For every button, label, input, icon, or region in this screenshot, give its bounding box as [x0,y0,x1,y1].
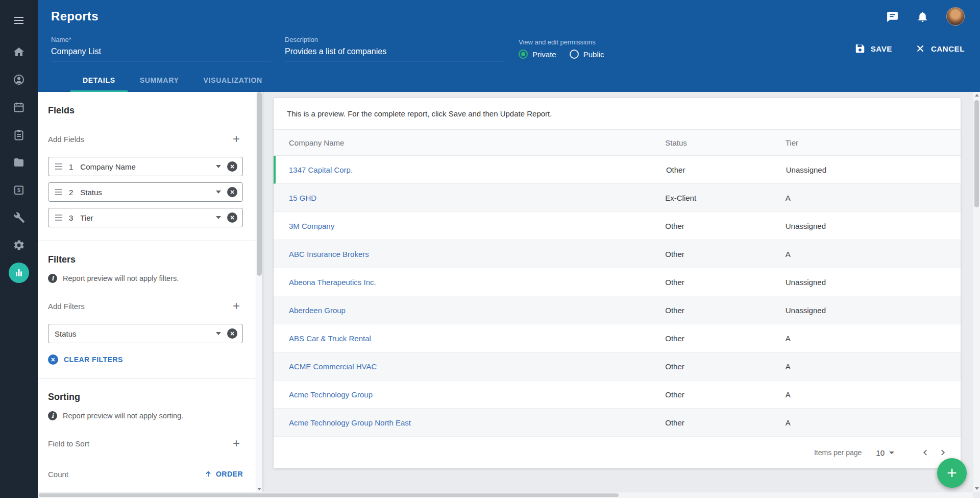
items-per-page-value: 10 [876,448,885,457]
public-radio[interactable]: Public [570,50,604,59]
remove-field-icon[interactable] [227,212,237,223]
add-sort-plus-icon[interactable] [230,437,243,450]
tab-visualization[interactable]: VISUALIZATION [191,69,274,92]
folder-icon[interactable] [9,152,29,173]
table-row[interactable]: Aberdeen Group Other Unassigned [274,296,961,324]
tier-cell: A [786,250,961,258]
report-config-panel: Fields Add Fields 1 Company Name [38,92,262,498]
add-fab-button[interactable] [937,458,967,488]
field-chip-status[interactable]: 2 Status [48,182,243,202]
field-position: 3 [69,214,73,222]
chevron-down-icon[interactable] [216,216,221,219]
tab-summary[interactable]: SUMMARY [128,69,191,92]
table-row[interactable]: ABC Insurance Brokers Other A [274,240,961,268]
save-button[interactable]: SAVE [854,43,892,54]
company-link[interactable]: 3M Company [289,222,334,230]
clear-filters-icon [48,354,58,365]
user-avatar[interactable] [946,7,965,26]
count-row: Count ORDER [48,469,243,479]
field-chip-company-name[interactable]: 1 Company Name [48,157,243,176]
add-filter-plus-icon[interactable] [230,299,243,313]
permissions-label: View and edit permissions [519,38,687,46]
main-area: Reports Name* Company List De [38,0,980,498]
tier-cell: Unassigned [786,306,961,315]
private-radio-label: Private [532,50,556,59]
clear-filters-button[interactable]: CLEAR FILTERS [48,354,243,365]
table-row[interactable]: 15 GHD Ex-Client A [274,184,961,212]
cancel-button[interactable]: CANCEL [915,43,965,54]
tier-cell: Unassigned [786,278,961,287]
table-row[interactable]: Acme Technology Group Other A [274,381,961,409]
chevron-down-icon[interactable] [216,191,221,194]
remove-filter-icon[interactable] [227,328,237,339]
chevron-down-icon[interactable] [216,165,221,168]
drag-handle-icon[interactable] [55,188,63,196]
panel-scrollbar[interactable] [256,92,262,492]
status-cell: Other [665,306,786,315]
page-scrollbar-horizontal[interactable] [38,492,973,498]
field-position: 2 [69,188,73,197]
table-row[interactable]: 3M Company Other Unassigned [274,212,961,240]
page-scrollbar-thumb[interactable] [974,100,979,207]
company-link[interactable]: Acme Technology Group [289,390,373,399]
scroll-down-arrow[interactable] [973,487,980,490]
card-5-icon[interactable]: 5 [9,180,29,200]
company-link[interactable]: ABS Car & Truck Rental [289,334,371,343]
remove-field-icon[interactable] [227,187,237,197]
table-row[interactable]: Abeona Therapeutics Inc. Other Unassigne… [274,268,961,296]
description-label: Description [285,36,504,43]
drag-handle-icon[interactable] [55,163,63,170]
sorting-heading: Sorting [48,392,243,402]
home-icon[interactable] [9,42,29,62]
table-row[interactable]: Acme Technology Group North East Other A [274,409,961,437]
chevron-down-icon[interactable] [216,332,221,335]
scroll-up-arrow[interactable] [973,94,980,97]
reports-icon[interactable] [9,263,29,283]
tab-details[interactable]: DETAILS [70,69,128,92]
column-header-company[interactable]: Company Name [274,138,665,147]
column-header-tier[interactable]: Tier [786,138,961,147]
preview-section: This is a preview. For the complete repo… [262,92,980,498]
order-button[interactable]: ORDER [204,469,243,479]
items-per-page-select[interactable]: 10 [876,448,894,457]
company-link[interactable]: Abeona Therapeutics Inc. [289,278,376,287]
company-link[interactable]: 15 GHD [289,194,316,202]
menu-icon[interactable] [9,10,29,31]
previous-page-button[interactable] [917,444,934,461]
panel-scroll-down-arrow[interactable] [256,488,262,490]
field-label: Status [80,188,216,197]
field-chip-tier[interactable]: 3 Tier [48,208,243,227]
tools-icon[interactable] [9,207,29,228]
company-link[interactable]: Acme Technology Group North East [289,418,411,427]
description-input[interactable]: Provides a list of companies [285,47,504,61]
clear-filters-label: CLEAR FILTERS [64,355,123,364]
table-row[interactable]: ACME Commercial HVAC Other A [274,352,961,381]
settings-icon[interactable] [9,235,29,255]
tier-cell: A [786,418,961,427]
tier-cell: A [786,390,961,399]
drag-handle-icon[interactable] [55,214,63,221]
column-header-status[interactable]: Status [665,138,786,147]
filters-note: Report preview will not apply filters. [63,274,179,282]
calendar-icon[interactable] [9,97,29,117]
remove-field-icon[interactable] [227,161,237,172]
add-field-plus-icon[interactable] [230,132,243,146]
table-row[interactable]: ABS Car & Truck Rental Other A [274,324,961,352]
chat-icon[interactable] [886,10,899,23]
company-link[interactable]: ACME Commercial HVAC [289,362,377,371]
company-link[interactable]: ABC Insurance Brokers [289,250,369,258]
company-link[interactable]: 1347 Capital Corp. [289,165,353,174]
name-input[interactable]: Company List [51,47,271,61]
page-scrollbar-vertical[interactable] [973,92,980,492]
company-link[interactable]: Aberdeen Group [289,306,346,315]
table-row[interactable]: 1347 Capital Corp. Other Unassigned [274,156,961,184]
account-icon[interactable] [9,69,29,90]
filter-chip-status[interactable]: Status [48,324,243,343]
notifications-bell-icon[interactable] [916,10,929,23]
form-actions: SAVE CANCEL [854,43,967,54]
private-radio[interactable]: Private [519,50,556,59]
panel-scrollbar-thumb[interactable] [257,92,262,276]
page-scrollbar-horizontal-thumb[interactable] [39,493,619,497]
tasks-icon[interactable] [9,125,29,145]
page-title: Reports [51,9,99,23]
